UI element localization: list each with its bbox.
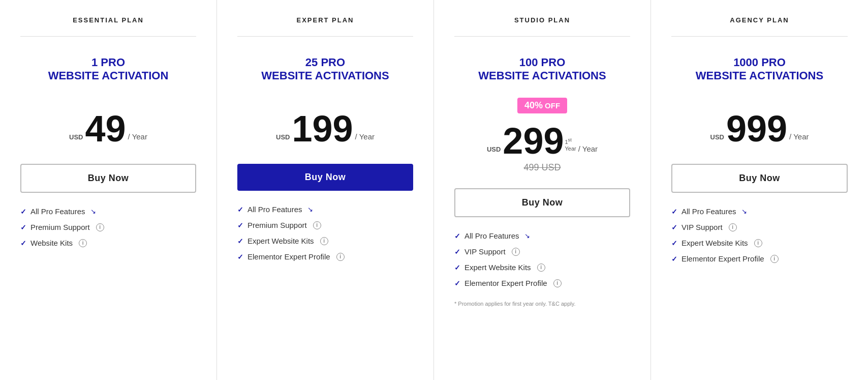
price-amount-agency: 999 <box>726 110 787 147</box>
buy-button-essential[interactable]: Buy Now <box>20 164 196 193</box>
currency-label-studio: USD <box>487 145 501 153</box>
price-amount-essential: 49 <box>85 110 126 147</box>
currency-label-expert: USD <box>276 133 290 141</box>
check-icon-studio-2: ✓ <box>454 264 460 272</box>
check-icon-expert-3: ✓ <box>237 253 243 261</box>
check-icon-essential-2: ✓ <box>20 239 26 247</box>
price-suffix-studio: / Year <box>578 144 598 153</box>
info-icon-expert-2[interactable]: i <box>320 237 328 245</box>
features-list-agency: ✓All Pro Features↘✓VIP Supporti✓Expert W… <box>671 207 848 270</box>
price-suffix-expert: / Year <box>355 132 375 141</box>
promo-note-studio: * Promotion applies for first year only.… <box>454 301 630 307</box>
plan-activations-studio: 100 PROWEBSITE ACTIVATIONS <box>478 49 606 90</box>
feature-item-studio-0: ✓All Pro Features↘ <box>454 231 630 240</box>
check-icon-essential-0: ✓ <box>20 208 26 216</box>
price-row-studio: USD2991stYear/ Year <box>487 123 598 159</box>
feature-arrow-studio-0[interactable]: ↘ <box>524 232 530 240</box>
info-icon-agency-3[interactable]: i <box>770 255 779 263</box>
feature-item-essential-0: ✓All Pro Features↘ <box>20 207 196 216</box>
plan-col-agency: AGENCY PLAN1000 PROWEBSITE ACTIVATIONSUS… <box>651 0 868 380</box>
feature-label-agency-1: VIP Support <box>681 223 723 231</box>
feature-item-expert-3: ✓Elementor Expert Profilei <box>237 252 413 261</box>
feature-arrow-expert-0[interactable]: ↘ <box>307 206 313 213</box>
feature-label-studio-0: All Pro Features <box>464 231 519 240</box>
feature-label-essential-0: All Pro Features <box>30 207 85 216</box>
feature-item-studio-2: ✓Expert Website Kitsi <box>454 263 630 272</box>
buy-button-agency[interactable]: Buy Now <box>671 164 848 193</box>
check-icon-studio-0: ✓ <box>454 232 460 240</box>
info-icon-agency-2[interactable]: i <box>754 239 762 247</box>
plan-header-agency: AGENCY PLAN <box>671 16 848 37</box>
plan-header-studio: STUDIO PLAN <box>454 16 630 37</box>
price-row-agency: USD999/ Year <box>710 110 809 147</box>
feature-item-agency-1: ✓VIP Supporti <box>671 223 848 231</box>
feature-label-studio-2: Expert Website Kits <box>464 263 531 272</box>
info-icon-expert-3[interactable]: i <box>336 253 345 261</box>
plan-col-expert: EXPERT PLAN25 PROWEBSITE ACTIVATIONSUSD1… <box>217 0 434 380</box>
plan-activations-essential: 1 PROWEBSITE ACTIVATION <box>48 49 169 90</box>
price-amount-expert: 199 <box>292 110 353 147</box>
feature-item-expert-2: ✓Expert Website Kitsi <box>237 237 413 245</box>
plan-activations-expert: 25 PROWEBSITE ACTIVATIONS <box>261 49 389 90</box>
info-icon-expert-1[interactable]: i <box>313 221 321 229</box>
feature-arrow-agency-0[interactable]: ↘ <box>741 208 747 215</box>
price-row-essential: USD49/ Year <box>69 110 147 147</box>
info-icon-studio-2[interactable]: i <box>537 264 545 272</box>
feature-label-expert-3: Elementor Expert Profile <box>247 252 330 261</box>
feature-label-agency-0: All Pro Features <box>681 207 736 216</box>
feature-item-essential-2: ✓Website Kitsi <box>20 239 196 247</box>
feature-item-agency-2: ✓Expert Website Kitsi <box>671 239 848 247</box>
first-year-note-studio: 1stYear <box>565 137 576 152</box>
features-list-essential: ✓All Pro Features↘✓Premium Supporti✓Webs… <box>20 207 196 254</box>
price-amount-studio: 299 <box>503 123 564 159</box>
price-block-agency: USD999/ Year <box>671 98 848 159</box>
feature-label-essential-2: Website Kits <box>30 239 73 247</box>
price-suffix-essential: / Year <box>128 132 147 141</box>
old-price-studio: 499 USD <box>523 162 561 173</box>
info-icon-studio-1[interactable]: i <box>512 248 520 256</box>
plan-header-expert: EXPERT PLAN <box>237 16 413 37</box>
info-icon-essential-1[interactable]: i <box>96 223 104 231</box>
pricing-grid: ESSENTIAL PLAN1 PROWEBSITE ACTIVATIONUSD… <box>0 0 868 380</box>
check-icon-essential-1: ✓ <box>20 223 26 231</box>
plan-header-essential: ESSENTIAL PLAN <box>20 16 196 37</box>
feature-label-agency-3: Elementor Expert Profile <box>681 254 764 263</box>
info-icon-agency-1[interactable]: i <box>729 223 737 231</box>
plan-col-essential: ESSENTIAL PLAN1 PROWEBSITE ACTIVATIONUSD… <box>0 0 217 380</box>
feature-label-agency-2: Expert Website Kits <box>681 239 748 247</box>
feature-label-expert-1: Premium Support <box>247 221 307 229</box>
check-icon-agency-2: ✓ <box>671 239 677 247</box>
info-icon-essential-2[interactable]: i <box>79 239 87 247</box>
feature-item-essential-1: ✓Premium Supporti <box>20 223 196 231</box>
price-block-essential: USD49/ Year <box>20 98 196 159</box>
price-suffix-agency: / Year <box>789 132 809 141</box>
feature-label-studio-1: VIP Support <box>464 247 506 256</box>
price-block-expert: USD199/ Year <box>237 98 413 159</box>
feature-item-studio-3: ✓Elementor Expert Profilei <box>454 279 630 287</box>
check-icon-agency-3: ✓ <box>671 255 677 263</box>
feature-item-expert-1: ✓Premium Supporti <box>237 221 413 229</box>
feature-item-expert-0: ✓All Pro Features↘ <box>237 205 413 214</box>
feature-label-essential-1: Premium Support <box>30 223 90 231</box>
feature-label-expert-2: Expert Website Kits <box>247 237 314 245</box>
plan-activations-agency: 1000 PROWEBSITE ACTIVATIONS <box>696 49 823 90</box>
feature-item-agency-0: ✓All Pro Features↘ <box>671 207 848 216</box>
check-icon-studio-3: ✓ <box>454 279 460 287</box>
check-icon-expert-2: ✓ <box>237 237 243 245</box>
feature-item-studio-1: ✓VIP Supporti <box>454 247 630 256</box>
check-icon-agency-1: ✓ <box>671 223 677 231</box>
feature-label-studio-3: Elementor Expert Profile <box>464 279 547 287</box>
feature-arrow-essential-0[interactable]: ↘ <box>90 208 96 215</box>
currency-label-agency: USD <box>710 133 724 141</box>
buy-button-expert[interactable]: Buy Now <box>237 164 413 191</box>
check-icon-agency-0: ✓ <box>671 208 677 216</box>
features-list-studio: ✓All Pro Features↘✓VIP Supporti✓Expert W… <box>454 231 630 295</box>
feature-label-expert-0: All Pro Features <box>247 205 302 214</box>
price-row-expert: USD199/ Year <box>276 110 375 147</box>
buy-button-studio[interactable]: Buy Now <box>454 188 630 217</box>
check-icon-studio-1: ✓ <box>454 248 460 256</box>
check-icon-expert-0: ✓ <box>237 206 243 214</box>
info-icon-studio-3[interactable]: i <box>553 279 562 287</box>
currency-label-essential: USD <box>69 133 83 141</box>
features-list-expert: ✓All Pro Features↘✓Premium Supporti✓Expe… <box>237 205 413 268</box>
